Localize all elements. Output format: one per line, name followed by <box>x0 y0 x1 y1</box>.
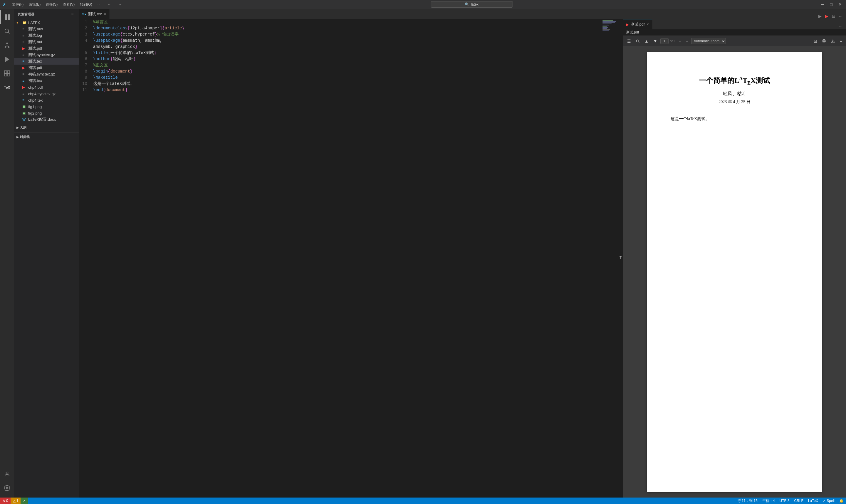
minimize-button[interactable]: ─ <box>820 1 826 7</box>
activity-explorer[interactable] <box>0 10 14 24</box>
code-editor[interactable]: 1 2 3 4 5 6 7 8 9 10 11 <box>79 19 623 498</box>
activity-latex[interactable]: TeX <box>0 80 14 94</box>
pdf-sidebar-toggle[interactable]: ☰ <box>625 38 633 44</box>
editor-actions: ▶ ▶ ⊟ ··· <box>817 13 846 19</box>
pdf-more-tools-button[interactable]: » <box>838 38 844 44</box>
status-left: ⊗ 0 △ 1 ✓ <box>0 498 28 504</box>
file-label: fig2.png <box>28 111 79 115</box>
activity-settings[interactable] <box>0 481 14 495</box>
tab-ceshipdf[interactable]: ▶ 测试.pdf × <box>623 19 652 29</box>
more-button[interactable]: ··· <box>838 13 844 19</box>
pdf-search-button[interactable] <box>634 38 642 44</box>
file-ceshisynctex[interactable]: ≡ 测试.synctex.gz <box>14 52 79 58</box>
editor-tab-bar: tex 测试.tex × ▶ ▶ ⊟ ··· <box>79 9 846 19</box>
svg-marker-8 <box>5 57 9 62</box>
activity-search[interactable] <box>0 24 14 38</box>
pdf-more-button[interactable]: ··· <box>838 23 844 29</box>
activity-extensions[interactable] <box>0 66 14 80</box>
file-icon: ≡ <box>22 53 27 57</box>
window-controls: ─ □ ✕ <box>820 1 844 7</box>
menu-more[interactable]: ··· <box>95 1 103 7</box>
outline-header[interactable]: ▶ 大纲 <box>14 124 79 131</box>
activity-account[interactable] <box>0 467 14 481</box>
pdf-download-button[interactable] <box>829 38 836 44</box>
status-line-ending[interactable]: CRLF <box>792 498 806 504</box>
status-warnings[interactable]: △ 1 <box>11 498 21 504</box>
file-chugaosynctex[interactable]: ≡ 初稿.synctex.gz <box>14 71 79 77</box>
chevron-right-icon: ▶ <box>16 136 19 139</box>
pdf-prev-page-button[interactable]: ▲ <box>643 38 650 44</box>
pdf-print-button[interactable] <box>820 38 828 44</box>
menu-select[interactable]: 选择(S) <box>43 1 60 7</box>
file-label: 测试.synctex.gz <box>28 52 79 58</box>
format-button[interactable]: T <box>619 19 623 498</box>
run-alt-button[interactable]: ▶ <box>824 13 830 19</box>
status-spell[interactable]: ✓ Spell <box>821 498 837 504</box>
menu-edit[interactable]: 编辑(E) <box>26 1 43 7</box>
code-content[interactable]: 1 2 3 4 5 6 7 8 9 10 11 <box>79 19 623 498</box>
svg-point-14 <box>6 487 8 489</box>
status-spaces[interactable]: 空格：4 <box>760 498 777 504</box>
status-check[interactable]: ✓ <box>21 498 28 504</box>
menu-view[interactable]: 查看(V) <box>60 1 77 7</box>
status-encoding[interactable]: UTF-8 <box>777 498 792 504</box>
file-ceshilog[interactable]: ≡ 测试.log <box>14 32 79 39</box>
file-fig2png[interactable]: ▣ fig2.png <box>14 110 79 116</box>
file-latexdocx[interactable]: W LaTeX配置.docx <box>14 116 79 123</box>
close-button[interactable]: ✕ <box>836 1 844 7</box>
new-file-button[interactable]: ··· <box>70 11 75 17</box>
file-icon: ≡ <box>22 98 27 102</box>
split-button[interactable]: ⊟ <box>831 13 836 19</box>
pdf-next-page-button[interactable]: ▼ <box>651 38 659 44</box>
folder-latex[interactable]: ▾ 📁 LATEX <box>14 19 79 26</box>
pdf-page: 一个简单的LATEX测试 轻风、枯叶 2023 年 4 月 25 日 这是一个l… <box>647 52 822 492</box>
status-language[interactable]: LaTeX <box>806 498 821 504</box>
pdf-zoom-in-button[interactable]: + <box>684 38 690 44</box>
nav-forward[interactable]: → <box>116 2 124 7</box>
file-chugaopdf[interactable]: ▶ 初稿.pdf <box>14 65 79 71</box>
pdf-content-area[interactable]: 一个简单的LATEX测试 轻风、枯叶 2023 年 4 月 25 日 这是一个l… <box>623 47 846 498</box>
pdf-total-pages: 1 <box>674 39 676 43</box>
minimap <box>601 19 619 498</box>
activity-run[interactable] <box>0 52 14 66</box>
nav-back[interactable]: ← <box>105 2 113 7</box>
search-box[interactable]: 🔍 latex <box>431 1 513 7</box>
file-ceshiaux[interactable]: ≡ 测试.aux <box>14 26 79 32</box>
pdf-page-input[interactable] <box>660 38 669 44</box>
folder-icon: 📁 <box>22 21 27 25</box>
file-chp4tex[interactable]: ≡ chp4.tex <box>14 97 79 103</box>
file-chp4pdf[interactable]: ▶ chp4.pdf <box>14 84 79 90</box>
file-icon: ≡ <box>22 34 27 38</box>
menu-file[interactable]: 文件(F) <box>10 1 26 7</box>
pdf-zoom-select[interactable]: Automatic Zoom <box>691 38 726 44</box>
file-ceshitex[interactable]: ≡ 测试.tex <box>14 58 79 65</box>
tab-close-button[interactable]: × <box>104 12 106 16</box>
status-notifications[interactable]: 🔔 <box>837 498 846 504</box>
language-text: LaTeX <box>808 499 818 503</box>
svg-line-7 <box>7 46 9 47</box>
file-chp4synctex[interactable]: ≡ chp4.synctex.gz <box>14 90 79 97</box>
pdf-fit-page-button[interactable]: ⊡ <box>812 38 819 44</box>
status-line-col[interactable]: 行 11，列 15 <box>735 498 760 504</box>
status-errors[interactable]: ⊗ 0 <box>0 498 11 504</box>
file-chugaotex[interactable]: ≡ 初稿.tex <box>14 77 79 84</box>
pdf-zoom-out-button[interactable]: − <box>677 38 683 44</box>
code-lines[interactable]: %导言区 \documentclass[12pt,a4paper]{articl… <box>91 19 601 498</box>
svg-line-1 <box>8 32 10 34</box>
run-button[interactable]: ▶ <box>817 13 823 19</box>
pdf-tab-close-button[interactable]: × <box>647 22 649 27</box>
file-ceshiout[interactable]: ≡ 测试.out <box>14 39 79 45</box>
svg-rect-10 <box>7 71 10 73</box>
svg-point-3 <box>5 47 6 48</box>
code-line-10: 这是一个laTeX测试。 <box>93 81 599 87</box>
file-icon: ≡ <box>22 27 27 31</box>
svg-rect-17 <box>823 41 825 43</box>
code-line-8: \begin{document} <box>93 68 599 75</box>
timeline-header[interactable]: ▶ 时间线 <box>14 133 79 140</box>
tab-ceshitex[interactable]: tex 测试.tex × <box>79 9 110 19</box>
file-fig1png[interactable]: ▣ fig1.png <box>14 103 79 110</box>
file-ceshipdf[interactable]: ▶ 测试.pdf <box>14 45 79 52</box>
maximize-button[interactable]: □ <box>828 1 834 7</box>
activity-source-control[interactable] <box>0 38 14 52</box>
menu-goto[interactable]: 转到(G) <box>77 1 94 7</box>
